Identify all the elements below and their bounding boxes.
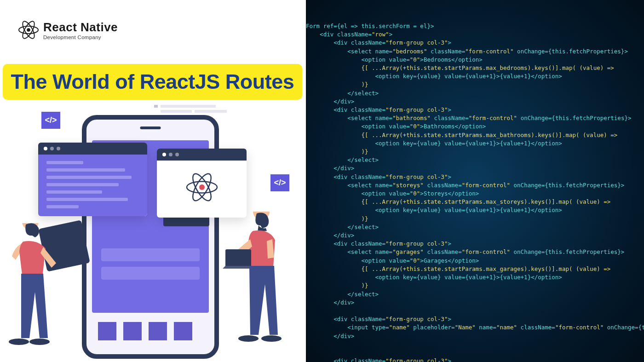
react-native-atom-icon — [17, 20, 40, 40]
person-left-icon — [3, 223, 72, 361]
app-squares-icon — [98, 322, 192, 340]
person-right-icon — [221, 212, 299, 361]
promo-panel: React Native Development Company The Wor… — [0, 0, 306, 362]
title-banner: The World of ReactJS Routes — [3, 64, 302, 100]
logo-title: React Native — [43, 20, 118, 34]
react-atom-icon — [185, 172, 219, 202]
logo-subtitle: Development Company — [43, 34, 118, 40]
company-logo: React Native Development Company — [17, 20, 118, 40]
svg-point-18 — [261, 335, 282, 342]
code-content: Form ref={el => this.serchForm = el}> <d… — [306, 22, 644, 362]
hero-illustration: </> </> — [0, 103, 306, 361]
svg-point-14 — [9, 339, 29, 345]
code-window-icon — [38, 143, 147, 216]
svg-point-13 — [199, 184, 205, 190]
svg-rect-16 — [225, 249, 251, 267]
react-window-icon — [157, 149, 247, 218]
code-icon: </> — [270, 174, 289, 191]
code-icon: </> — [41, 112, 60, 129]
svg-point-3 — [27, 28, 30, 32]
svg-rect-5 — [161, 105, 216, 108]
svg-point-15 — [29, 339, 50, 345]
svg-rect-6 — [161, 110, 192, 113]
page-title: The World of ReactJS Routes — [11, 70, 294, 94]
svg-point-17 — [238, 335, 259, 342]
svg-rect-7 — [195, 110, 227, 113]
svg-rect-4 — [154, 105, 158, 108]
code-editor-panel: Form ref={el => this.serchForm = el}> <d… — [306, 0, 644, 362]
